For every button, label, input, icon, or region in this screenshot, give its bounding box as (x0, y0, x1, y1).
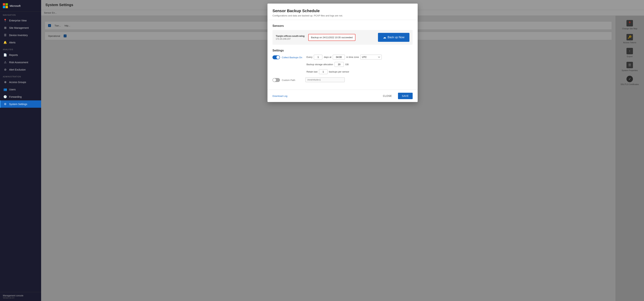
collect-backups-label: Collect Backups On (282, 56, 302, 59)
sidebar-item-label: Forwarding (9, 95, 22, 98)
every-label: Every (306, 56, 312, 58)
footer-buttons: CLOSE SAVE (379, 93, 413, 99)
list-icon: ☰ (4, 33, 7, 37)
grid-icon: ⊞ (4, 26, 7, 29)
sidebar-item-label: Enterprise View (9, 19, 27, 22)
sidebar-item-label: Reports (9, 54, 18, 56)
storage-label: Backup storage allocation (306, 63, 333, 66)
sidebar-item-alert-exclusion[interactable]: ⊘ Alert Exclusion (0, 66, 41, 73)
modal-overlay: Sensor Backup Schedule Configurations an… (41, 0, 644, 301)
gear-icon: ⚙ (4, 102, 7, 106)
sidebar-item-reports[interactable]: 📄 Reports (0, 51, 41, 59)
sidebar-item-label: Device Inventory (9, 34, 28, 37)
settings-section-title: Settings (272, 49, 413, 52)
backup-button-label: Back up Now (388, 36, 404, 39)
sidebar-logo: Microsoft (0, 0, 41, 11)
sensor-status: Backup on 24/11/2022 10:35 succeeded (308, 34, 374, 41)
collect-backups-toggle[interactable] (272, 55, 280, 59)
microsoft-logo-icon (3, 3, 8, 8)
custom-path-row: Custom Path (272, 77, 413, 82)
sidebar-item-label: Site Management (9, 26, 29, 29)
sensor-ip: 172.20.248.237 (276, 38, 305, 40)
status-box: Backup on 24/11/2022 10:35 succeeded (308, 34, 356, 41)
close-button[interactable]: CLOSE (379, 93, 396, 99)
custom-path-label: Custom Path (282, 79, 295, 81)
clock-icon: 🕐 (4, 95, 7, 98)
sidebar-item-label: System Settings (9, 103, 27, 106)
bell-icon: 🔔 (4, 41, 7, 44)
retain-suffix: backups per sensor (329, 70, 349, 73)
sensor-info: Tianjin-offices-south-wing 172.20.248.23… (276, 35, 305, 40)
access-groups-icon: ⊕ (4, 80, 7, 84)
main-area: System Settings Sensor En... ✓ Tian... h… (41, 0, 644, 301)
custom-path-controls (305, 77, 413, 82)
download-log-link[interactable]: Download Log (272, 95, 287, 97)
retain-label: Retain last (306, 70, 317, 73)
admin-section-label: ADMINISTRATION (0, 73, 41, 78)
path-input[interactable] (305, 77, 345, 82)
sidebar-item-alerts[interactable]: 🔔 Alerts (0, 39, 41, 46)
collect-backups-toggle-group: Collect Backups On (272, 55, 302, 59)
retain-input[interactable] (319, 69, 328, 74)
sidebar-item-access-groups[interactable]: ⊕ Access Groups (0, 78, 41, 86)
dialog-body: Sensors Tianjin-offices-south-wing 172.2… (268, 20, 418, 90)
sidebar-bottom: Management console Version 22.3.4 (0, 292, 41, 301)
path-input-row (305, 77, 413, 82)
filter-icon: ⊘ (4, 68, 7, 71)
sidebar-item-site-management[interactable]: ⊞ Site Management (0, 24, 41, 31)
custom-path-toggle[interactable] (272, 78, 280, 82)
days-label: days at (324, 56, 331, 58)
cloud-upload-icon: ☁ (383, 35, 386, 39)
custom-path-toggle-group: Custom Path (272, 77, 301, 82)
sidebar-item-label: Access Groups (9, 81, 26, 84)
version-label: Version 22.3.4 (3, 297, 38, 299)
storage-row: Backup storage allocation GB (306, 62, 413, 67)
collect-backups-row: Collect Backups On Every days at in time… (272, 55, 413, 74)
retain-row: Retain last backups per sensor (306, 69, 413, 74)
location-icon: 📍 (4, 19, 7, 22)
frequency-row: Every days at in time zone UTC EST PST (306, 55, 413, 59)
sensors-section-title: Sensors (272, 24, 413, 27)
storage-input[interactable] (334, 62, 344, 67)
sensor-row: Tianjin-offices-south-wing 172.20.248.23… (272, 30, 413, 45)
dialog-footer: Download Log CLOSE SAVE (268, 90, 418, 102)
timezone-select[interactable]: UTC EST PST (360, 55, 382, 59)
dialog-subtitle: Configurations and data are backed up. P… (272, 14, 413, 17)
backup-dialog: Sensor Backup Schedule Configurations an… (268, 3, 418, 102)
sidebar: Microsoft NAVIGATION 📍 Enterprise View ⊞… (0, 0, 41, 301)
sidebar-item-enterprise-view[interactable]: 📍 Enterprise View (0, 17, 41, 24)
sidebar-item-system-settings[interactable]: ⚙ System Settings (0, 100, 41, 108)
backup-schedule-controls: Every days at in time zone UTC EST PST (306, 55, 413, 74)
warning-icon: ⚠ (4, 60, 7, 64)
sidebar-item-device-inventory[interactable]: ☰ Device Inventory (0, 31, 41, 39)
console-label: Management console (3, 295, 38, 297)
storage-unit: GB (345, 63, 349, 66)
sidebar-item-label: Risk Assessment (9, 61, 28, 64)
dialog-title: Sensor Backup Schedule (272, 8, 413, 13)
sidebar-item-label: Users (9, 88, 16, 91)
backup-now-button[interactable]: ☁ Back up Now (378, 33, 410, 42)
dialog-header: Sensor Backup Schedule Configurations an… (268, 3, 418, 20)
time-input[interactable] (333, 55, 345, 59)
save-button[interactable]: SAVE (398, 93, 413, 99)
timezone-label: in time zone (346, 56, 359, 58)
sidebar-item-users[interactable]: 👥 Users (0, 86, 41, 93)
sensor-name: Tianjin-offices-south-wing (276, 35, 305, 37)
nav-section-label: NAVIGATION (0, 11, 41, 17)
sidebar-item-risk-assessment[interactable]: ⚠ Risk Assessment (0, 59, 41, 66)
sidebar-item-forwarding[interactable]: 🕐 Forwarding (0, 93, 41, 100)
report-icon: 📄 (4, 53, 7, 57)
sidebar-item-label: Alerts (9, 41, 16, 44)
users-icon: 👥 (4, 88, 7, 91)
analysis-section-label: ANALYSIS (0, 46, 41, 51)
sidebar-item-label: Alert Exclusion (9, 68, 26, 71)
sidebar-logo-text: Microsoft (10, 4, 20, 7)
days-input[interactable] (314, 55, 322, 59)
